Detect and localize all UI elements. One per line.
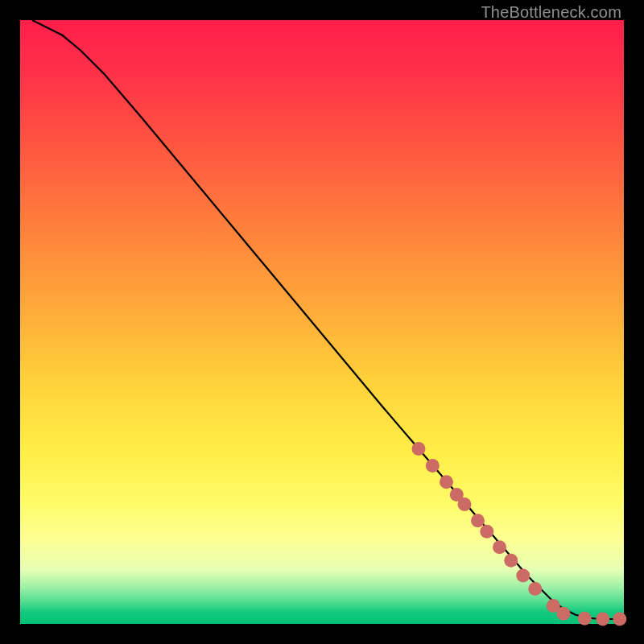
data-marker (557, 607, 571, 621)
plot-area (20, 20, 624, 624)
data-marker (528, 582, 542, 596)
marker-group (412, 442, 627, 626)
curve-path (32, 20, 624, 619)
data-marker (471, 514, 485, 527)
data-marker (516, 569, 530, 583)
watermark-text: TheBottleneck.com (481, 3, 621, 22)
data-marker (493, 540, 506, 554)
data-marker (596, 613, 609, 626)
curve-svg (20, 20, 624, 624)
data-marker (578, 612, 592, 625)
data-marker (480, 525, 493, 539)
data-marker (412, 442, 426, 456)
data-marker (504, 554, 518, 568)
data-marker (613, 613, 626, 626)
chart-frame: TheBottleneck.com (0, 0, 644, 644)
data-marker (426, 459, 440, 473)
data-marker (440, 475, 453, 489)
data-marker (458, 497, 472, 511)
